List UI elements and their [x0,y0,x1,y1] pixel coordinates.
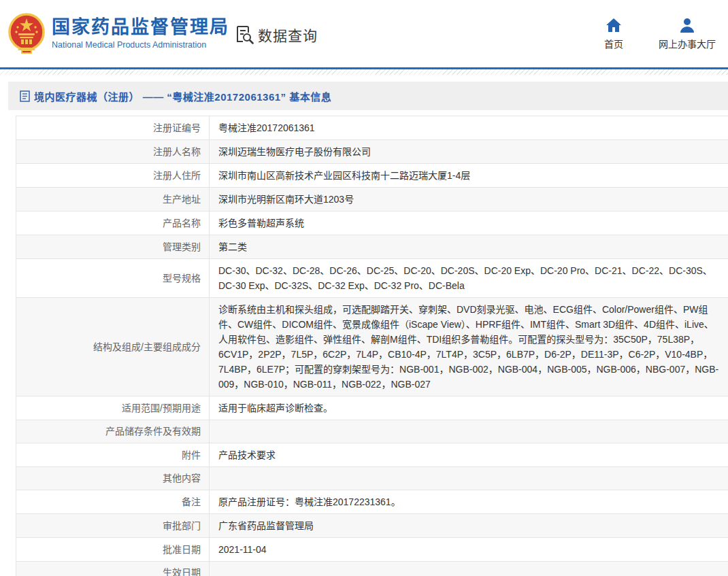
row-label: 管理类别 [16,235,210,258]
page-title: 境内医疗器械（注册） —— “粤械注准20172061361” 基本信息 [34,89,331,103]
nav-online-hall[interactable]: 网上办事大厅 [659,18,716,50]
row-value: 深圳迈瑞生物医疗电子股份有限公司 [210,140,728,163]
row-value [210,420,728,443]
table-row: 备注原产品注册证号：粤械注准20172231361。 [16,490,728,514]
nav-home[interactable]: 首页 [604,18,623,50]
row-value [210,562,728,576]
row-label: 其他内容 [16,467,210,490]
row-label: 生效日期 [16,562,210,576]
org-name-zh: 国家药品监督管理局 [52,17,229,38]
breadcrumb: 境内医疗器械（注册） —— “粤械注准20172061361” 基本信息 [8,82,728,110]
row-label: 备注 [16,490,210,513]
row-label: 审批部门 [16,514,210,537]
row-value: 2021-11-04 [210,538,728,561]
row-label: 附件 [16,443,210,467]
document-icon [20,90,30,102]
table-row: 结构及组成/主要组成成分诊断系统由主机和探头组成，可选配脚踏开关、穿刺架、DVD… [16,298,728,396]
table-row: 注册人名称深圳迈瑞生物医疗电子股份有限公司 [16,140,728,164]
row-label: 产品储存条件及有效期 [16,420,210,443]
table-row: 适用范围/预期用途适用于临床超声诊断检查。 [16,396,728,420]
hatch-strip [0,69,728,75]
row-value: 诊断系统由主机和探头组成，可选配脚踏开关、穿刺架、DVD刻录光驱、电池、ECG组… [210,298,728,396]
row-value: DC-30、DC-32、DC-28、DC-26、DC-25、DC-20、DC-2… [210,259,728,297]
table-row: 生效日期 [16,562,728,576]
row-value: 彩色多普勒超声系统 [210,211,728,235]
table-row: 批准日期2021-11-04 [16,538,728,562]
org-names: 国家药品监督管理局 National Medical Products Admi… [52,17,229,50]
table-row: 产品储存条件及有效期 [16,420,728,443]
row-value: 原产品注册证号：粤械注准20172231361。 [210,490,728,513]
table-row: 管理类别第二类 [16,235,728,259]
national-emblem-icon [8,12,45,54]
row-value [210,467,728,490]
row-value: 粤械注准20172061361 [210,116,728,139]
table-row: 附件产品技术要求 [16,443,728,467]
row-label: 注册人名称 [16,140,210,163]
table-row: 注册证编号粤械注准20172061361 [16,116,728,140]
page-header: 国家药品监督管理局 National Medical Products Admi… [0,0,728,67]
row-label: 型号规格 [16,259,210,297]
table-row: 生产地址深圳市光明新区南环大道1203号 [16,188,728,211]
row-label: 适用范围/预期用途 [16,396,210,420]
row-value: 深圳市光明新区南环大道1203号 [210,188,728,211]
table-row: 型号规格DC-30、DC-32、DC-28、DC-26、DC-25、DC-20、… [16,259,728,298]
home-icon [606,18,622,33]
nav-home-label: 首页 [604,37,623,50]
nmpa-logo[interactable]: 国家药品监督管理局 National Medical Products Admi… [8,12,229,54]
row-value: 适用于临床超声诊断检查。 [210,396,728,420]
row-value: 深圳市南山区高新技术产业园区科技南十二路迈瑞大厦1-4层 [210,164,728,187]
registration-info-table: 注册证编号粤械注准20172061361 注册人名称深圳迈瑞生物医疗电子股份有限… [16,116,728,576]
table-row: 注册人住所深圳市南山区高新技术产业园区科技南十二路迈瑞大厦1-4层 [16,164,728,188]
row-label: 结构及组成/主要组成成分 [16,298,210,396]
user-icon [679,18,695,33]
module-title: 数据查询 [258,24,318,45]
row-label: 注册人住所 [16,164,210,187]
nav-online-hall-label: 网上办事大厅 [659,37,716,50]
row-value: 产品技术要求 [210,443,728,467]
table-row: 审批部门广东省药品监督管理局 [16,514,728,538]
org-name-en: National Medical Products Administration [52,40,229,50]
table-row: 其他内容 [16,467,728,490]
row-label: 产品名称 [16,211,210,235]
row-label: 生产地址 [16,188,210,211]
document-search-icon [234,24,254,45]
data-query-module: 数据查询 [234,24,318,45]
row-value: 第二类 [210,235,728,258]
row-value: 广东省药品监督管理局 [210,514,728,537]
table-row: 产品名称彩色多普勒超声系统 [16,211,728,235]
top-nav: 首页 网上办事大厅 [604,18,716,50]
row-label: 注册证编号 [16,116,210,139]
row-label: 批准日期 [16,538,210,561]
